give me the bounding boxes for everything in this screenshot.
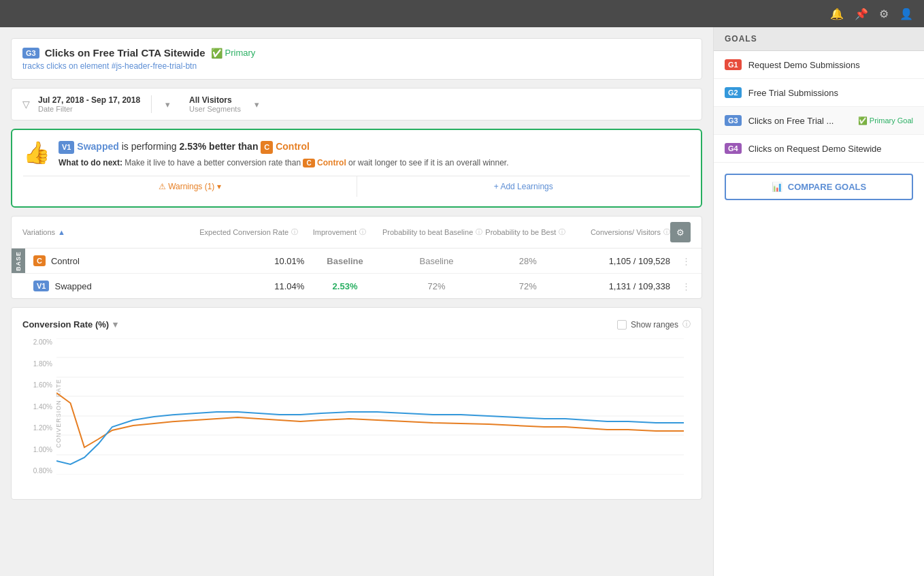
winner-headline: V1 Swapped is performing 2.53% better th… bbox=[59, 140, 690, 154]
bell-icon[interactable]: 🔔 bbox=[830, 7, 844, 20]
y-label-120: 1.20% bbox=[33, 424, 52, 432]
next-c-badge: C bbox=[303, 159, 314, 167]
th-rate: Expected Conversion Rate ⓘ bbox=[195, 227, 298, 237]
date-arrow-icon: ▾ bbox=[165, 99, 170, 110]
swapped-row-content: V1 Swapped 11.04% 2.53% 72% 72% 1,131 / … bbox=[22, 281, 691, 291]
goal-item-g3[interactable]: G3 Clicks on Free Trial ... ✅ Primary Go… bbox=[714, 107, 924, 135]
th-improve-help-icon: ⓘ bbox=[359, 227, 366, 237]
th-improve: Improvement ⓘ bbox=[298, 227, 381, 237]
filters-row: ▽ Jul 27, 2018 - Sep 17, 2018 Date Filte… bbox=[11, 88, 702, 121]
th-rate-label: Expected Conversion Rate bbox=[199, 228, 288, 236]
y-label-180: 1.80% bbox=[33, 360, 52, 368]
swapped-rate: 11.04% bbox=[203, 281, 304, 291]
chart-container: 2.00% 1.80% 1.60% 1.40% 1.20% 1.00% 0.80… bbox=[22, 338, 691, 488]
y-label-140: 1.40% bbox=[33, 403, 52, 411]
y-label-160: 1.60% bbox=[33, 381, 52, 389]
table-header: Variations ▲ Expected Conversion Rate ⓘ … bbox=[12, 217, 702, 249]
main-layout: G3 Clicks on Free Trial CTA Sitewide ✅ P… bbox=[0, 27, 924, 576]
winner-next: What to do next: Make it live to have a … bbox=[59, 158, 690, 167]
g4-name: Clicks on Request Demo Sitewide bbox=[748, 144, 913, 154]
compare-btn-label: COMPARE GOALS bbox=[788, 182, 866, 192]
date-label: Date Filter bbox=[38, 105, 140, 113]
control-prob-beat: Baseline bbox=[386, 256, 487, 266]
performance-text: is performing bbox=[122, 141, 180, 152]
show-ranges-control: Show ranges ⓘ bbox=[617, 319, 691, 330]
y-label-080: 0.80% bbox=[33, 467, 52, 475]
th-conv: Conversions/ Visitors ⓘ bbox=[567, 227, 670, 237]
warnings-button[interactable]: ⚠ Warnings (1) ▾ bbox=[23, 176, 357, 197]
control-improvement: Baseline bbox=[304, 256, 385, 266]
swapped-conversions: 1,131 / 109,338 bbox=[569, 281, 670, 291]
pin-icon[interactable]: 📌 bbox=[855, 7, 868, 20]
control-actions[interactable]: ⋮ bbox=[670, 256, 691, 266]
user-icon[interactable]: 👤 bbox=[900, 7, 913, 20]
title-row: G3 Clicks on Free Trial CTA Sitewide ✅ P… bbox=[22, 47, 691, 59]
swapped-prob-beat: 72% bbox=[386, 281, 487, 291]
th-variations-label: Variations bbox=[22, 228, 55, 236]
th-prob-best-label: Probability to be Best bbox=[485, 228, 556, 236]
sidebar-header: GOALS bbox=[714, 27, 924, 51]
control-prob-best: 28% bbox=[487, 256, 568, 266]
date-range: Jul 27, 2018 - Sep 17, 2018 bbox=[38, 95, 140, 105]
sort-icon: ▲ bbox=[58, 228, 65, 236]
variation-name: Swapped bbox=[77, 141, 121, 152]
control-badge: C bbox=[33, 255, 46, 266]
table-row: V1 Swapped 11.04% 2.53% 72% 72% 1,131 / … bbox=[12, 274, 702, 298]
g2-name: Free Trial Submissions bbox=[748, 88, 913, 98]
primary-goal-label: Primary Goal bbox=[870, 116, 913, 125]
winner-top: 👍 V1 Swapped is performing 2.53% better … bbox=[23, 140, 690, 167]
th-prob-beat-help-icon: ⓘ bbox=[476, 227, 482, 237]
goal-item-g4[interactable]: G4 Clicks on Request Demo Sitewide bbox=[714, 135, 924, 163]
g4-badge: G4 bbox=[725, 143, 742, 154]
v1-badge: V1 bbox=[59, 141, 74, 154]
control-rate: 10.01% bbox=[203, 256, 304, 266]
y-axis: 2.00% 1.80% 1.60% 1.40% 1.20% 1.00% 0.80… bbox=[22, 338, 56, 475]
control-row-content: C Control 10.01% Baseline Baseline 28% 1… bbox=[22, 255, 691, 266]
subtitle-text: tracks clicks on element bbox=[22, 61, 109, 71]
chart-dropdown-icon: ▾ bbox=[113, 319, 118, 330]
th-conv-help-icon: ⓘ bbox=[663, 227, 670, 237]
c-badge: C bbox=[261, 141, 273, 154]
next-text: Make it live to have a better conversion… bbox=[125, 158, 303, 167]
swapped-variation-name: V1 Swapped bbox=[33, 281, 203, 291]
settings-button[interactable]: ⚙ bbox=[670, 222, 691, 242]
next-label: What to do next: bbox=[59, 158, 125, 167]
compare-goals-button[interactable]: 📊 COMPARE GOALS bbox=[725, 174, 913, 200]
date-filter[interactable]: Jul 27, 2018 - Sep 17, 2018 Date Filter bbox=[38, 95, 152, 113]
primary-check-icon: ✅ bbox=[858, 116, 868, 125]
chart-title-dropdown[interactable]: Conversion Rate (%) ▾ bbox=[22, 319, 118, 330]
primary-goal-indicator: ✅ Primary Goal bbox=[858, 116, 913, 125]
swapped-actions[interactable]: ⋮ bbox=[670, 281, 691, 291]
segment-arrow-icon: ▾ bbox=[254, 99, 259, 110]
show-ranges-label: Show ranges bbox=[631, 320, 678, 330]
goal-item-g2[interactable]: G2 Free Trial Submissions bbox=[714, 79, 924, 107]
chart-svg bbox=[56, 338, 684, 475]
filter-icon[interactable]: ▽ bbox=[22, 99, 30, 110]
add-learnings-button[interactable]: + Add Learnings bbox=[357, 176, 691, 197]
chart-bar-icon: 📊 bbox=[772, 182, 782, 192]
segment-value: All Visitors bbox=[189, 95, 241, 105]
element-id: #js-header-free-trial-btn bbox=[112, 61, 197, 71]
winner-banner: 👍 V1 Swapped is performing 2.53% better … bbox=[11, 129, 702, 208]
control-name: Control bbox=[276, 141, 310, 152]
show-ranges-checkbox[interactable] bbox=[617, 320, 627, 330]
experiment-subtitle: tracks clicks on element #js-header-free… bbox=[22, 61, 691, 71]
primary-badge: ✅ Primary bbox=[211, 48, 256, 59]
g3-badge: G3 bbox=[22, 48, 39, 59]
right-sidebar: GOALS G1 Request Demo Submissions G2 Fre… bbox=[713, 27, 924, 576]
content-area: G3 Clicks on Free Trial CTA Sitewide ✅ P… bbox=[0, 27, 713, 576]
base-label: BASE bbox=[12, 249, 25, 273]
sidebar-title: GOALS bbox=[725, 34, 757, 44]
segment-label: User Segments bbox=[189, 105, 241, 113]
gear-icon[interactable]: ⚙ bbox=[879, 7, 889, 20]
improvement-value: 2.53% better than bbox=[180, 141, 261, 152]
segment-filter[interactable]: All Visitors User Segments bbox=[178, 95, 241, 113]
g2-badge: G2 bbox=[725, 87, 742, 98]
th-prob-best-help-icon: ⓘ bbox=[559, 227, 565, 237]
th-prob-best: Probability to be Best ⓘ bbox=[484, 227, 567, 237]
chart-title-text: Conversion Rate (%) bbox=[22, 319, 109, 330]
th-conv-label: Conversions/ Visitors bbox=[591, 228, 661, 236]
goal-item-g1[interactable]: G1 Request Demo Submissions bbox=[714, 51, 924, 79]
th-improve-label: Improvement bbox=[313, 228, 357, 236]
swapped-improvement: 2.53% bbox=[304, 281, 385, 291]
